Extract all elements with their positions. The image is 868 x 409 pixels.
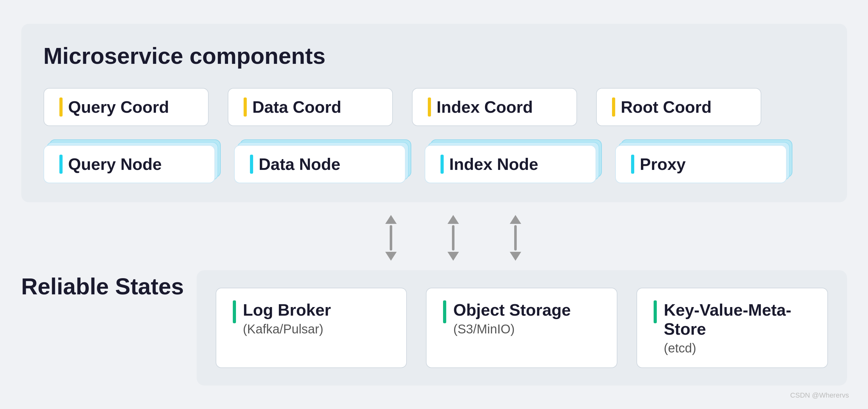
arrow-down-icon (385, 252, 397, 261)
kv-meta-store-title: Key-Value-Meta-Store (664, 301, 811, 339)
index-coord-card: Index Coord (412, 88, 577, 126)
index-node-label: Index Node (450, 155, 538, 174)
bar-icon (250, 155, 253, 174)
kv-meta-store-subtitle: (etcd) (664, 341, 811, 355)
root-coord-label: Root Coord (621, 97, 712, 117)
bar-icon (428, 97, 431, 117)
log-broker-card: Log Broker (Kafka/Pulsar) (216, 288, 407, 368)
data-coord-label: Data Coord (252, 97, 341, 117)
arrows-row (59, 202, 847, 270)
query-node-card: Query Node (43, 145, 215, 183)
bar-icon (631, 155, 634, 174)
arrow-down-icon (510, 252, 521, 261)
reliable-title: Reliable States (21, 274, 184, 300)
reliable-section: Reliable States Log Broker (Kafka/Pulsar… (21, 270, 847, 385)
arrow-shaft (452, 225, 455, 251)
arrow-up-icon (385, 215, 397, 224)
data-coord-card: Data Coord (228, 88, 393, 126)
data-node-card: Data Node (234, 145, 406, 183)
arrow-3 (510, 215, 521, 261)
microservice-title: Microservice components (43, 43, 825, 69)
bar-icon (612, 97, 615, 117)
proxy-card: Proxy (615, 145, 787, 183)
data-node-label: Data Node (259, 155, 340, 174)
index-node-stack: Index Node (425, 145, 596, 183)
kv-meta-store-text: Key-Value-Meta-Store (etcd) (664, 301, 811, 355)
root-coord-card: Root Coord (596, 88, 761, 126)
query-node-label: Query Node (68, 155, 162, 174)
bar-teal-icon (443, 301, 446, 323)
data-node-stack: Data Node (234, 145, 406, 183)
bar-teal-icon (233, 301, 236, 323)
arrow-shaft (514, 225, 517, 251)
object-storage-title: Object Storage (453, 301, 571, 319)
query-coord-card: Query Coord (43, 88, 209, 126)
log-broker-subtitle: (Kafka/Pulsar) (243, 322, 331, 336)
microservice-section: Microservice components Query Coord Data… (21, 24, 847, 202)
watermark: CSDN @Wherervs (790, 391, 849, 400)
proxy-label: Proxy (640, 155, 686, 174)
bar-teal-icon (654, 301, 657, 323)
arrow-up-icon (510, 215, 521, 224)
object-storage-text: Object Storage (S3/MinIO) (453, 301, 571, 336)
bar-icon (440, 155, 444, 174)
query-coord-label: Query Coord (68, 97, 169, 117)
arrow-up-icon (447, 215, 459, 224)
coord-row: Query Coord Data Coord Index Coord Root … (43, 88, 825, 126)
index-node-card: Index Node (425, 145, 596, 183)
proxy-stack: Proxy (615, 145, 787, 183)
arrow-2 (447, 215, 459, 261)
diagram-wrapper: Microservice components Query Coord Data… (21, 24, 847, 385)
object-storage-card: Object Storage (S3/MinIO) (426, 288, 617, 368)
arrow-shaft (390, 225, 392, 251)
log-broker-title: Log Broker (243, 301, 331, 319)
reliable-title-col: Reliable States (21, 270, 184, 300)
index-coord-label: Index Coord (437, 97, 533, 117)
arrow-down-icon (447, 252, 459, 261)
reliable-box: Log Broker (Kafka/Pulsar) Object Storage… (196, 270, 847, 385)
query-node-stack: Query Node (43, 145, 215, 183)
bar-icon (244, 97, 247, 117)
bar-icon (59, 155, 63, 174)
bar-icon (59, 97, 63, 117)
log-broker-text: Log Broker (Kafka/Pulsar) (243, 301, 331, 336)
arrow-1 (385, 215, 397, 261)
node-row: Query Node Data Node Index Node (43, 145, 825, 183)
object-storage-subtitle: (S3/MinIO) (453, 322, 571, 336)
kv-meta-store-card: Key-Value-Meta-Store (etcd) (637, 288, 828, 368)
